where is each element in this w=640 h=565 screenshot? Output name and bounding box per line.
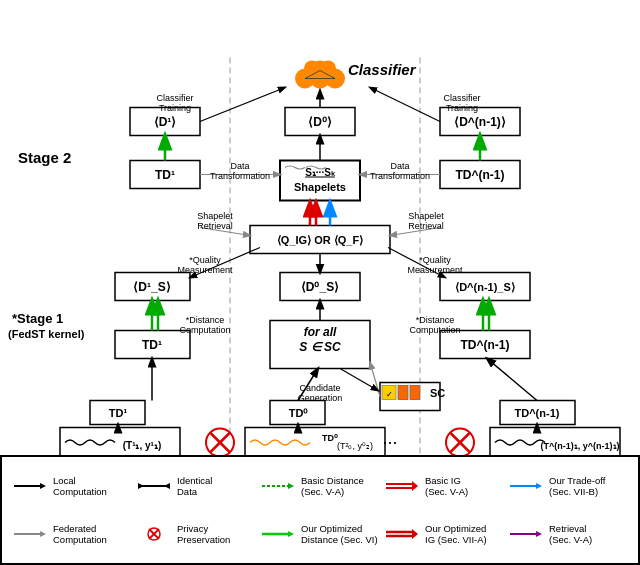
- svg-text:*Distance: *Distance: [186, 315, 225, 325]
- svg-text:Data: Data: [390, 161, 409, 171]
- svg-text:Shapelets: Shapelets: [294, 181, 346, 193]
- svg-text:TD¹: TD¹: [155, 168, 175, 182]
- svg-text:✓: ✓: [386, 390, 393, 399]
- svg-text:Retrieval: Retrieval: [197, 221, 233, 231]
- legend-optimized-distance: Our OptimizedDistance (Sec. VI): [260, 523, 380, 546]
- svg-point-9: [304, 61, 320, 77]
- svg-text:Training: Training: [159, 103, 191, 113]
- svg-text:SC: SC: [430, 387, 445, 399]
- svg-text:Computation: Computation: [179, 325, 230, 335]
- svg-text:Measurement: Measurement: [407, 265, 463, 275]
- legend-label: PrivacyPreservation: [177, 523, 230, 546]
- legend-label: FederatedComputation: [53, 523, 107, 546]
- legend-label: Our OptimizedDistance (Sec. VI): [301, 523, 378, 546]
- svg-text:TD^(n-1): TD^(n-1): [461, 338, 510, 352]
- svg-text:Measurement: Measurement: [177, 265, 233, 275]
- svg-marker-129: [164, 483, 170, 489]
- svg-text:Retrieval: Retrieval: [408, 221, 444, 231]
- svg-text:Classifier: Classifier: [348, 61, 417, 78]
- svg-rect-88: [410, 386, 420, 400]
- svg-marker-138: [40, 531, 46, 537]
- svg-marker-131: [288, 483, 294, 489]
- svg-text:TD⁰: TD⁰: [322, 433, 338, 443]
- svg-text:(T¹₁, y¹₁): (T¹₁, y¹₁): [123, 440, 162, 451]
- svg-text:S₁···Sₖ: S₁···Sₖ: [305, 167, 336, 178]
- svg-text:⟨D¹⟩: ⟨D¹⟩: [154, 115, 177, 129]
- legend-label: Basic Distance(Sec. V-A): [301, 475, 364, 498]
- svg-marker-126: [40, 483, 46, 489]
- legend-label: Local Computation: [53, 475, 132, 498]
- svg-text:*Stage 1: *Stage 1: [12, 311, 63, 326]
- svg-text:Transformation: Transformation: [210, 171, 270, 181]
- legend-optimized-ig: Our OptimizedIG (Sec. VII-A): [384, 523, 504, 546]
- svg-text:⟨Q_IG⟩ OR ⟨Q_F⟩: ⟨Q_IG⟩ OR ⟨Q_F⟩: [277, 234, 363, 246]
- svg-marker-128: [138, 483, 144, 489]
- legend-label: IdenticalData: [177, 475, 212, 498]
- svg-text:TD^(n-1): TD^(n-1): [515, 407, 560, 419]
- svg-text:⟨D⁰_S⟩: ⟨D⁰_S⟩: [301, 280, 339, 294]
- svg-text:⟨D⁰⟩: ⟨D⁰⟩: [308, 115, 332, 129]
- svg-text:S ∈ SC: S ∈ SC: [299, 340, 341, 354]
- svg-text:⟨D^(n-1)⟩: ⟨D^(n-1)⟩: [454, 115, 506, 129]
- svg-text:for all: for all: [304, 325, 337, 339]
- svg-text:Transformation: Transformation: [370, 171, 430, 181]
- legend-label: Our Trade-off(Sec. VII-B): [549, 475, 605, 498]
- svg-text:TD¹: TD¹: [142, 338, 162, 352]
- svg-text:TD¹: TD¹: [109, 407, 128, 419]
- legend-basic-distance: Basic Distance(Sec. V-A): [260, 475, 380, 498]
- svg-marker-146: [412, 529, 418, 539]
- svg-text:Shapelet: Shapelet: [197, 211, 233, 221]
- svg-marker-148: [536, 531, 542, 537]
- svg-text:*Quality: *Quality: [189, 255, 221, 265]
- svg-text:*Distance: *Distance: [416, 315, 455, 325]
- svg-text:TD^(n-1): TD^(n-1): [456, 168, 505, 182]
- stage2-label: Stage 2: [18, 149, 71, 166]
- svg-text:(FedST kernel): (FedST kernel): [8, 328, 85, 340]
- legend-local-computation: Local Computation: [12, 475, 132, 498]
- svg-text:Training: Training: [446, 103, 478, 113]
- svg-text:(T^(n-1)₁, y^(n-1)₁): (T^(n-1)₁, y^(n-1)₁): [541, 441, 620, 451]
- diagram-container: Stage 2 *Stage 1 (FedST kernel) Classifi…: [0, 0, 640, 565]
- legend-privacy: PrivacyPreservation: [136, 523, 256, 546]
- svg-text:TD⁰: TD⁰: [289, 407, 309, 419]
- svg-text:Classifier: Classifier: [156, 93, 193, 103]
- svg-text:(T²₀, y⁰₂): (T²₀, y⁰₂): [337, 441, 373, 451]
- svg-rect-87: [398, 386, 408, 400]
- svg-text:Classifier: Classifier: [443, 93, 480, 103]
- svg-text:···: ···: [382, 432, 397, 452]
- svg-text:⟨D¹_S⟩: ⟨D¹_S⟩: [133, 280, 170, 294]
- legend-area: Local Computation IdenticalData Basic Di…: [0, 455, 640, 565]
- legend-label: Our OptimizedIG (Sec. VII-A): [425, 523, 487, 546]
- svg-text:*Quality: *Quality: [419, 255, 451, 265]
- legend-label: Basic IG(Sec. V-A): [425, 475, 468, 498]
- svg-marker-136: [536, 483, 542, 489]
- svg-text:⟨D^(n-1)_S⟩: ⟨D^(n-1)_S⟩: [455, 281, 515, 293]
- legend-retrieval: Retrieval(Sec. V-A): [508, 523, 628, 546]
- legend-federated: FederatedComputation: [12, 523, 132, 546]
- svg-marker-143: [288, 531, 294, 537]
- legend-identical-data: IdenticalData: [136, 475, 256, 498]
- legend-label: Retrieval(Sec. V-A): [549, 523, 592, 546]
- svg-marker-134: [412, 481, 418, 491]
- svg-text:Data: Data: [230, 161, 249, 171]
- legend-trade-off: Our Trade-off(Sec. VII-B): [508, 475, 628, 498]
- legend-basic-ig: Basic IG(Sec. V-A): [384, 475, 504, 498]
- svg-point-10: [320, 61, 336, 77]
- svg-text:Shapelet: Shapelet: [408, 211, 444, 221]
- svg-text:Computation: Computation: [409, 325, 460, 335]
